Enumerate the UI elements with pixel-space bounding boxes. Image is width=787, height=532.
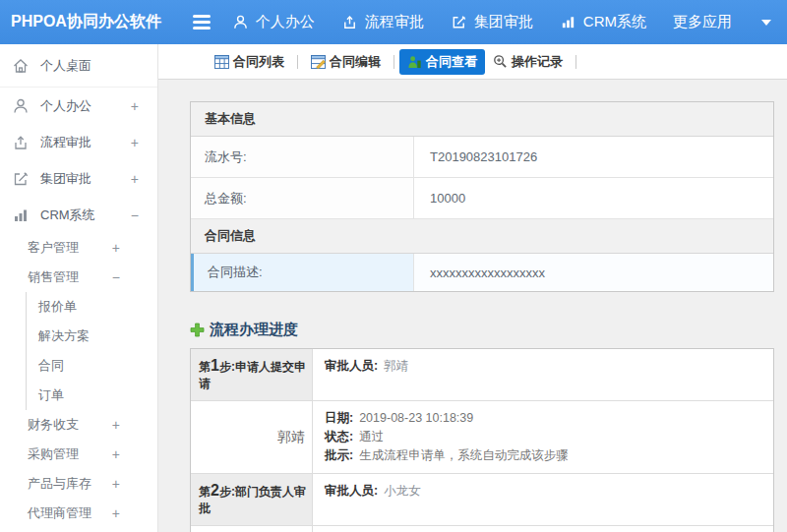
nav-crm-system[interactable]: CRM系统 (560, 13, 646, 31)
sidebar-item-label: 销售管理 (28, 268, 79, 286)
step-header-row: 第1步:申请人提交申请 审批人员:郭靖 (191, 349, 773, 401)
form-row-serial-number: 流水号: T20190823101726 (191, 137, 773, 178)
sales-submenu: 报价单 解决方案 合同 订单 (26, 292, 157, 410)
tab-contract-edit[interactable]: 合同编辑 (303, 49, 389, 75)
field-label: 合同描述: (194, 254, 414, 291)
expand-plus-icon[interactable]: + (112, 476, 120, 492)
caret-down-icon[interactable] (761, 20, 771, 26)
step-number: 1 (211, 357, 219, 374)
sidebar-item-contract[interactable]: 合同 (27, 351, 157, 381)
sidebar-item-label: 个人办公 (40, 97, 91, 115)
sidebar-item-crm[interactable]: CRM系统 − (0, 197, 157, 233)
magnifier-plus-icon (493, 54, 508, 69)
approver-name-cell: 小龙女 (191, 526, 313, 532)
user-icon (232, 14, 249, 30)
step-detail-cell: 日期:2019-08-23 10:18:39 状态:通过 批示:生成流程申请单，… (313, 401, 773, 473)
chart-icon (12, 207, 30, 224)
progress-table: 第1步:申请人提交申请 审批人员:郭靖 郭靖 日期:2019-08-23 10:… (190, 348, 774, 532)
sidebar-item-label: 流程审批 (40, 134, 91, 151)
tab-contract-view[interactable]: 合同查看 (399, 49, 485, 75)
sidebar-item-personal-desktop[interactable]: 个人桌面 (0, 44, 157, 88)
section-header-contract-info: 合同信息 (191, 219, 773, 254)
person-view-icon (407, 55, 422, 69)
status-value: 通过 (359, 430, 384, 443)
sidebar-item-label: CRM系统 (40, 207, 95, 224)
field-label: 总金额: (191, 178, 414, 218)
sidebar-item-label: 代理商管理 (28, 504, 91, 522)
sidebar-item-order[interactable]: 订单 (27, 381, 157, 410)
nav-personal-office[interactable]: 个人办公 (232, 13, 315, 31)
expand-plus-icon[interactable]: + (131, 98, 139, 114)
sidebar-item-process-approval[interactable]: 流程审批 + (0, 124, 157, 160)
date-value: 2019-08-23 10:18:39 (359, 411, 473, 425)
expand-plus-icon[interactable]: + (131, 171, 139, 187)
table-edit-icon (311, 55, 326, 69)
tab-operation-log[interactable]: 操作记录 (485, 49, 571, 75)
nav-group-approval[interactable]: 集团审批 (451, 13, 533, 31)
sidebar-item-label: 财务收支 (28, 416, 79, 434)
sidebar-item-label: 客户管理 (28, 239, 79, 257)
sidebar-item-label: 报价单 (38, 298, 77, 316)
field-value: T20190823101726 (414, 137, 773, 177)
green-plus-icon (190, 323, 205, 337)
field-value: 10000 (414, 178, 773, 218)
sidebar-item-label: 产品与库存 (28, 475, 91, 493)
progress-title-text: 流程办理进度 (210, 321, 298, 339)
expand-plus-icon[interactable]: + (112, 505, 120, 521)
field-value: xxxxxxxxxxxxxxxxxx (414, 254, 773, 291)
table-icon (214, 55, 229, 69)
edit-icon (451, 14, 467, 30)
tab-contract-list[interactable]: 合同列表 (207, 49, 292, 75)
app-window: PHPOA协同办公软件 个人办公 流程审批 集团审批 (0, 0, 787, 532)
sidebar-item-solution[interactable]: 解决方案 (27, 322, 157, 351)
collapse-minus-icon[interactable]: − (131, 207, 139, 223)
status-label: 状态: (325, 430, 353, 443)
main-content: 基本信息 流水号: T20190823101726 总金额: 10000 合同信… (158, 80, 787, 532)
nav-item-label: 集团审批 (474, 13, 533, 31)
sidebar-item-product-inventory[interactable]: 产品与库存 + (0, 469, 157, 499)
sidebar-item-finance[interactable]: 财务收支 + (0, 410, 157, 440)
detail-line-date: 日期:2019-08-23 10:18:39 (325, 409, 761, 428)
expand-plus-icon[interactable]: + (112, 446, 120, 462)
step-title: 第1步:申请人提交申请 (191, 349, 313, 400)
sidebar-item-label: 采购管理 (28, 445, 79, 463)
process-icon (341, 14, 358, 30)
sidebar-item-customer-mgmt[interactable]: 客户管理 + (0, 233, 157, 263)
top-bar: PHPOA协同办公软件 个人办公 流程审批 集团审批 (0, 0, 787, 44)
tab-label: 合同查看 (426, 53, 477, 71)
section-header-basic-info: 基本信息 (191, 102, 773, 137)
sidebar-item-label: 订单 (38, 386, 64, 404)
sidebar-item-agent-mgmt[interactable]: 代理商管理 + (0, 499, 157, 528)
expand-plus-icon[interactable]: + (112, 417, 120, 433)
step-detail-row: 小龙女 日期:2019-08-23 10:21:58 状态:通过 批示:通过 (191, 526, 773, 532)
app-logo: PHPOA协同办公软件 (0, 12, 179, 32)
step-title: 第2步:部门负责人审批 (191, 474, 313, 525)
approver-label: 审批人员: (325, 484, 378, 498)
sidebar-item-purchase[interactable]: 采购管理 + (0, 440, 157, 469)
sidebar-item-quotation[interactable]: 报价单 (27, 292, 157, 322)
sidebar-item-personal-office[interactable]: 个人办公 + (0, 88, 157, 124)
field-label: 流水号: (191, 137, 414, 177)
sidebar: 个人桌面 个人办公 + 流程审批 + 集团审批 + (0, 44, 158, 532)
hamburger-menu-icon[interactable] (193, 15, 210, 30)
process-icon (12, 134, 30, 151)
sidebar-item-sales-mgmt[interactable]: 销售管理 − (0, 263, 157, 292)
sidebar-item-group-approval[interactable]: 集团审批 + (0, 160, 157, 197)
sidebar-item-label: 合同 (38, 357, 64, 375)
approver-name: 郭靖 (384, 359, 408, 373)
collapse-minus-icon[interactable]: − (112, 269, 120, 285)
step-number: 2 (211, 482, 219, 499)
expand-plus-icon[interactable]: + (112, 240, 120, 256)
tab-label: 合同列表 (233, 53, 284, 71)
tab-label: 操作记录 (512, 53, 563, 71)
nav-item-label: CRM系统 (583, 13, 646, 31)
top-nav: 个人办公 流程审批 集团审批 CRM系统 (232, 13, 732, 31)
nav-item-label: 个人办公 (256, 13, 315, 31)
nav-more-apps[interactable]: 更多应用 (673, 13, 732, 31)
expand-plus-icon[interactable]: + (131, 135, 139, 150)
chart-icon (560, 14, 576, 30)
approver-cell: 审批人员:郭靖 (313, 349, 773, 400)
nav-process-approval[interactable]: 流程审批 (341, 13, 424, 31)
detail-line-status: 状态:通过 (325, 428, 761, 446)
sidebar-item-report-stats[interactable]: 报表与统计 + (0, 528, 157, 532)
